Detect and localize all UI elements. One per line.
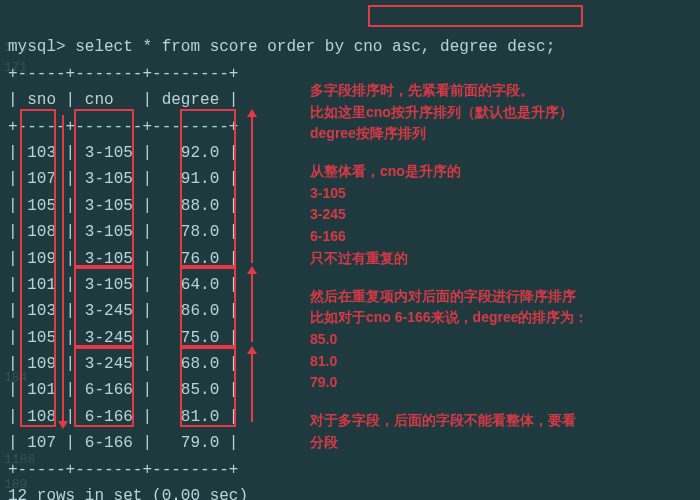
bg-number: 171 xyxy=(4,60,27,75)
note-line: 多字段排序时，先紧看前面的字段。 xyxy=(310,80,589,102)
note-line: 85.0 xyxy=(310,329,589,351)
annotation-panel: 多字段排序时，先紧看前面的字段。 比如这里cno按升序排列（默认也是升序） de… xyxy=(310,80,589,469)
table-divider: +-----+-------+--------+ xyxy=(8,65,238,83)
highlight-cno-group2 xyxy=(74,267,134,347)
cell-cno: 6-166 xyxy=(85,434,133,452)
note-line: 6-166 xyxy=(310,226,589,248)
bg-number: 170 xyxy=(4,40,27,55)
table-divider: +-----+-------+--------+ xyxy=(8,461,238,479)
cell-sno: 107 xyxy=(27,434,56,452)
arrow-down-icon xyxy=(62,115,64,423)
arrow-up-icon xyxy=(251,352,253,422)
note-line: 3-245 xyxy=(310,204,589,226)
note-line: 79.0 xyxy=(310,372,589,394)
query-suffix: ; xyxy=(546,38,556,56)
cell-degree: 79.0 xyxy=(181,434,219,452)
note-line: 然后在重复项内对后面的字段进行降序排序 xyxy=(310,286,589,308)
note-line: 对于多字段，后面的字段不能看整体，要看 xyxy=(310,410,589,432)
highlight-degree-group1 xyxy=(180,109,236,267)
bg-number: 189 xyxy=(4,477,27,492)
highlight-degree-group2 xyxy=(180,267,236,347)
note-line: 分段 xyxy=(310,432,589,454)
highlight-degree-group3 xyxy=(180,347,236,427)
highlight-sno-col xyxy=(20,109,56,427)
highlight-cno-group3 xyxy=(74,347,134,427)
arrow-up-icon xyxy=(251,272,253,342)
header-cno: cno xyxy=(85,91,114,109)
query-order-clause: cno asc, degree desc xyxy=(354,38,546,56)
query-prefix: select * from score order by xyxy=(66,38,354,56)
note-line: 比如这里cno按升序排列（默认也是升序） xyxy=(310,102,589,124)
note-line: degree按降序排列 xyxy=(310,123,589,145)
note-line: 只不过有重复的 xyxy=(310,248,589,270)
note-line: 从整体看，cno是升序的 xyxy=(310,161,589,183)
highlight-cno-group1 xyxy=(74,109,134,267)
note-line: 3-105 xyxy=(310,183,589,205)
header-degree: degree xyxy=(162,91,220,109)
header-sno: sno xyxy=(27,91,56,109)
note-line: 81.0 xyxy=(310,351,589,373)
result-footer: 12 rows in set (0.00 sec) xyxy=(8,487,248,500)
highlight-order-clause xyxy=(368,5,583,27)
note-line: 比如对于cno 6-166来说，degree的排序为： xyxy=(310,307,589,329)
arrow-up-icon xyxy=(251,115,253,263)
bg-number: 1188 xyxy=(4,452,35,467)
